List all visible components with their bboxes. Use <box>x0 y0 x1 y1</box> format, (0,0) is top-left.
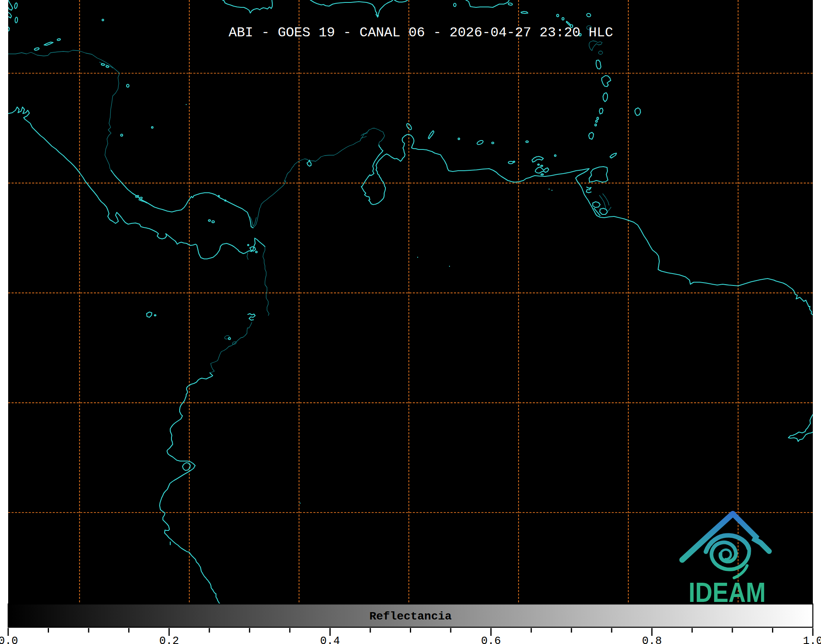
svg-text:0.0: 0.0 <box>0 635 18 644</box>
svg-text:Reflectancia: Reflectancia <box>369 610 452 623</box>
svg-text:IDEAM: IDEAM <box>689 577 766 608</box>
svg-text:1.0: 1.0 <box>803 635 821 644</box>
svg-text:0.4: 0.4 <box>320 635 340 644</box>
svg-text:0.2: 0.2 <box>159 635 179 644</box>
svg-text:0.6: 0.6 <box>481 635 501 644</box>
svg-text:0.8: 0.8 <box>642 635 662 644</box>
svg-text:ABI - GOES 19 - CANAL 06 - 202: ABI - GOES 19 - CANAL 06 - 2026-04-27 23… <box>229 25 613 40</box>
